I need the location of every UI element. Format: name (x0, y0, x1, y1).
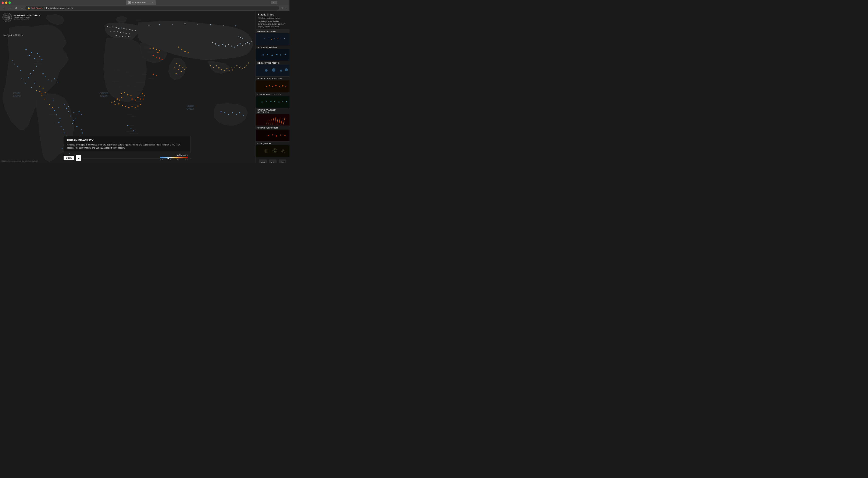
sidebar-item-urban-fragility[interactable]: URBAN FRAGILITY (256, 29, 289, 45)
svg-text:KAZAKHSTAN: KAZAKHSTAN (168, 32, 177, 33)
svg-point-177 (142, 93, 143, 94)
svg-text:SWEDEN: SWEDEN (135, 20, 141, 21)
svg-point-163 (121, 97, 123, 98)
svg-point-69 (51, 81, 52, 82)
svg-point-238 (149, 25, 149, 26)
sidebar-item-thumb-urban-world (256, 49, 289, 61)
svg-point-66 (42, 73, 44, 74)
maximize-traffic-light[interactable] (8, 1, 11, 4)
svg-point-134 (117, 31, 118, 32)
close-traffic-light[interactable] (2, 1, 4, 4)
logo-tagline: a think and do tank (13, 17, 40, 19)
browser-title-bar: F Fragile Cities ✕ ⊡ (0, 0, 289, 5)
svg-point-276 (282, 85, 283, 87)
svg-text:SUDAN: SUDAN (136, 89, 141, 91)
map-view-button[interactable] (259, 159, 267, 163)
sidebar-item-thumb-low-fragility (256, 96, 289, 108)
svg-point-141 (122, 36, 123, 37)
sidebar-item-terrorism[interactable]: URBAN TERRORISM (256, 126, 289, 142)
svg-point-214 (215, 43, 216, 44)
svg-point-263 (280, 55, 281, 56)
svg-point-210 (244, 67, 245, 68)
svg-point-104 (82, 132, 83, 133)
info-panel-text: All cities are fragile. Some cities are … (67, 143, 187, 150)
sidebar-item-label-highly-fragile: HIGHLY FRAGILE CITIES (256, 77, 289, 80)
sidebar-item-hotspots[interactable]: URBAN FRAGILITY HOTSPOTS (256, 108, 289, 126)
svg-point-188 (179, 65, 180, 66)
browser-tab[interactable]: F Fragile Cities ✕ (126, 0, 156, 5)
svg-point-171 (125, 106, 126, 107)
svg-point-218 (228, 44, 229, 45)
svg-point-57 (33, 70, 34, 71)
sidebar-item-thumb-hotspots (256, 114, 289, 125)
svg-point-152 (162, 59, 163, 60)
back-button[interactable]: ‹ (2, 6, 6, 10)
sidebar-item-low-fragility[interactable]: LOW FRAGILITY CITIES (256, 92, 289, 108)
svg-point-251 (264, 38, 265, 39)
refresh-button[interactable]: ↺ (13, 6, 18, 10)
svg-text:TURKMENISTAN: TURKMENISTAN (159, 42, 168, 43)
menu-button[interactable]: ⋮ (285, 6, 288, 10)
svg-point-183 (178, 47, 179, 48)
home-button[interactable]: ⌂ (20, 6, 24, 10)
svg-point-55 (41, 59, 42, 60)
svg-point-280 (266, 101, 267, 101)
svg-point-241 (185, 23, 186, 24)
svg-point-80 (41, 95, 42, 96)
svg-point-81 (44, 99, 45, 99)
svg-point-209 (242, 68, 243, 69)
svg-point-116 (64, 104, 65, 105)
map-area[interactable]: UNITED STATES OF AMERICA BRAZIL COLOMBIA… (0, 11, 255, 163)
svg-text:SOUTH: SOUTH (140, 96, 144, 97)
svg-point-165 (117, 98, 118, 100)
svg-point-151 (159, 57, 160, 59)
sidebar-item-label-hotspots: URBAN FRAGILITY HOTSPOTS (256, 108, 289, 114)
svg-point-257 (284, 38, 285, 39)
svg-text:KENYA: KENYA (135, 109, 139, 110)
svg-point-146 (159, 50, 160, 51)
bookmark-button[interactable]: ☆ (281, 7, 283, 9)
svg-point-269 (285, 68, 288, 71)
nav-guide-button[interactable]: Navigation Guide › (3, 34, 23, 36)
sidebar-item-highly-fragile[interactable]: HIGHLY FRAGILE CITIES (256, 77, 289, 92)
sidebar-item-urban-world[interactable]: AN URBAN WORLD (256, 45, 289, 61)
svg-point-198 (216, 65, 217, 66)
svg-point-252 (268, 38, 269, 38)
svg-point-267 (272, 68, 276, 72)
svg-point-111 (79, 111, 80, 112)
search-button[interactable] (269, 159, 277, 163)
forward-button[interactable]: › (8, 6, 12, 10)
svg-point-223 (242, 45, 243, 46)
svg-point-76 (42, 88, 43, 89)
svg-text:NAMIBIA: NAMIBIA (129, 125, 134, 126)
svg-point-297 (268, 135, 269, 136)
svg-point-242 (197, 24, 198, 25)
svg-point-207 (237, 65, 238, 66)
svg-point-137 (126, 33, 127, 34)
svg-point-135 (120, 32, 121, 33)
screenshot-button[interactable] (279, 159, 286, 163)
fragility-label: Fragility score (175, 154, 188, 156)
svg-point-253 (271, 39, 272, 40)
address-bar[interactable]: 🔒 Not Secure | fragilecities.igarape.org… (25, 6, 279, 10)
svg-text:MOROCCO: MOROCCO (146, 47, 152, 48)
svg-point-121 (107, 26, 108, 27)
svg-text:CHAD: CHAD (132, 86, 136, 87)
sidebar-item-label-mega-cities: MEGA-CITIES RISING (256, 61, 289, 65)
svg-point-197 (213, 67, 214, 68)
minimize-traffic-light[interactable] (5, 1, 7, 4)
tab-close-button[interactable]: ✕ (152, 1, 154, 4)
svg-text:ERITREA: ERITREA (135, 82, 141, 83)
play-button[interactable]: ▶ (76, 155, 82, 161)
svg-point-182 (133, 130, 134, 131)
svg-point-130 (132, 30, 133, 31)
svg-point-112 (81, 114, 82, 115)
svg-text:ZIMBABWE: ZIMBABWE (126, 131, 133, 132)
sidebar-item-mega-cities[interactable]: MEGA-CITIES RISING (256, 61, 289, 77)
svg-point-194 (174, 67, 175, 68)
svg-text:ETHIOPIA: ETHIOPIA (136, 101, 143, 102)
security-icon: 🔒 (28, 7, 30, 9)
svg-point-175 (137, 106, 138, 107)
logo-container: IGARAPÉ INSTITUTE a think and do tank Po… (3, 13, 40, 22)
sidebar-item-city-quakes[interactable]: CITY QUAKES (256, 142, 289, 157)
